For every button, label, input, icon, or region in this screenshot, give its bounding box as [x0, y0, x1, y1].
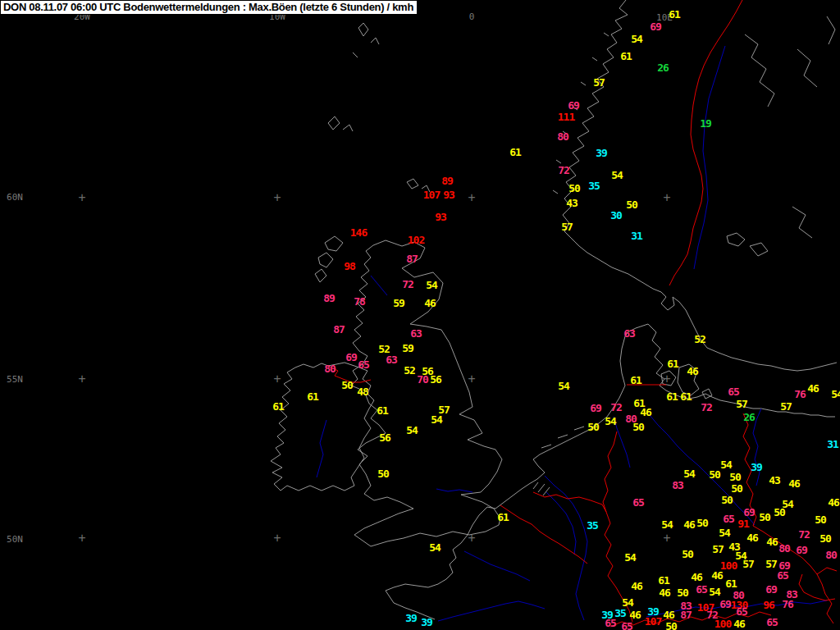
station-gust-value: 102: [408, 234, 424, 246]
station-gust-value: 59: [402, 342, 413, 354]
station-gust-value: 54: [611, 169, 623, 181]
station-gust-value: 98: [344, 260, 355, 272]
station-gust-value: 72: [402, 278, 413, 290]
station-gust-value: 48: [357, 386, 368, 398]
station-gust-value: 50: [774, 506, 785, 518]
station-gust-value: 50: [759, 511, 770, 523]
station-gust-value: 91: [737, 518, 749, 530]
station-gust-value: 50: [721, 494, 733, 506]
station-gust-value: 76: [794, 388, 806, 400]
station-gust-value: 70: [417, 373, 428, 386]
station-gust-value: 96: [763, 599, 774, 611]
station-gust-value: 65: [723, 513, 734, 525]
station-gust-value: 61: [307, 390, 318, 403]
station-gust-value: 69: [765, 583, 777, 596]
station-gust-value: 59: [393, 297, 404, 309]
station-gust-value: 50: [377, 468, 389, 480]
station-gust-value: 65: [358, 358, 369, 371]
station-gust-value: 63: [410, 327, 422, 340]
grid-cross: +: [663, 190, 670, 205]
station-gust-value: 43: [566, 197, 578, 209]
station-gust-value: 19: [700, 117, 711, 130]
station-gust-value: 57: [593, 76, 605, 89]
station-gust-value: 52: [694, 333, 705, 345]
station-gust-value: 46: [629, 609, 641, 621]
station-gust-value: 46: [683, 518, 695, 531]
station-gust-value: 54: [831, 388, 840, 400]
station-gust-value: 50: [682, 548, 693, 560]
map-lines: [0, 0, 840, 630]
station-gust-value: 61: [497, 511, 509, 523]
station-gust-value: 72: [701, 401, 712, 413]
station-gust-value: 26: [657, 62, 669, 74]
station-gust-value: 80: [324, 363, 336, 375]
station-gust-value: 89: [441, 175, 453, 187]
station-gust-value: 46: [766, 536, 778, 548]
station-gust-value: 54: [661, 518, 673, 531]
station-gust-value: 72: [558, 164, 569, 176]
station-gust-value: 89: [323, 292, 335, 304]
coastlines: [271, 0, 837, 619]
station-gust-value: 31: [827, 438, 838, 450]
station-gust-value: 50: [815, 514, 826, 526]
station-gust-value: 61: [667, 358, 678, 370]
station-gust-value: 65: [736, 605, 747, 618]
grid-cross: +: [663, 531, 670, 546]
station-gust-value: 69: [796, 544, 807, 556]
station-gust-value: 54: [426, 279, 437, 291]
station-gust-value: 65: [605, 617, 616, 629]
station-gust-value: 54: [605, 415, 616, 427]
station-gust-value: 57: [742, 558, 754, 570]
station-gust-value: 57: [712, 543, 724, 555]
grid-label: 0: [469, 11, 475, 22]
station-gust-value: 50: [626, 199, 637, 211]
station-gust-value: 46: [659, 587, 670, 599]
station-gust-value: 50: [587, 421, 599, 433]
grid-label: 60N: [7, 192, 23, 203]
station-gust-value: 65: [632, 496, 644, 509]
station-gust-value: 87: [680, 609, 692, 621]
station-gust-value: 69: [345, 351, 357, 363]
station-gust-value: 39: [405, 612, 417, 624]
station-gust-value: 39: [596, 147, 607, 159]
station-gust-value: 30: [610, 209, 622, 221]
grid-cross: +: [468, 190, 475, 205]
station-gust-value: 65: [777, 569, 788, 582]
station-gust-value: 61: [620, 50, 632, 62]
station-gust-value: 46: [711, 569, 723, 582]
station-gust-value: 69: [743, 506, 755, 518]
station-gust-value: 54: [631, 33, 642, 45]
station-gust-value: 107: [423, 189, 440, 201]
station-gust-value: 46: [807, 382, 819, 395]
station-gust-value: 50: [729, 471, 741, 483]
station-gust-value: 46: [640, 406, 651, 418]
station-gust-value: 65: [621, 620, 632, 630]
station-gust-value: 46: [631, 580, 642, 592]
station-gust-value: 72: [610, 401, 622, 413]
station-gust-value: 50: [709, 468, 720, 481]
station-gust-value: 50: [696, 517, 708, 529]
station-gust-value: 72: [798, 528, 810, 541]
station-gust-value: 54: [719, 527, 730, 539]
grid-cross: +: [273, 531, 281, 546]
grid-cross: +: [468, 372, 475, 386]
station-gust-value: 61: [377, 404, 388, 417]
station-gust-value: 57: [561, 221, 573, 233]
station-gust-value: 76: [782, 598, 793, 610]
station-gust-value: 39: [421, 616, 432, 628]
grid-label: 55N: [7, 374, 23, 385]
station-gust-value: 50: [341, 379, 353, 391]
station-gust-value: 35: [614, 607, 626, 619]
station-gust-value: 80: [557, 130, 568, 143]
title-bar: DON 08.11.07 06:00 UTC Bodenwettermeldun…: [0, 0, 418, 15]
station-gust-value: 46: [663, 609, 674, 621]
station-gust-value: 50: [677, 587, 688, 599]
station-gust-value: 54: [709, 586, 720, 598]
station-gust-value: 87: [333, 323, 345, 336]
station-gust-value: 54: [406, 424, 418, 436]
station-gust-value: 61: [680, 390, 692, 403]
station-gust-value: 111: [558, 111, 574, 123]
grid-cross: +: [78, 372, 85, 386]
station-gust-value: 93: [435, 211, 446, 223]
grid-cross: +: [273, 372, 281, 386]
